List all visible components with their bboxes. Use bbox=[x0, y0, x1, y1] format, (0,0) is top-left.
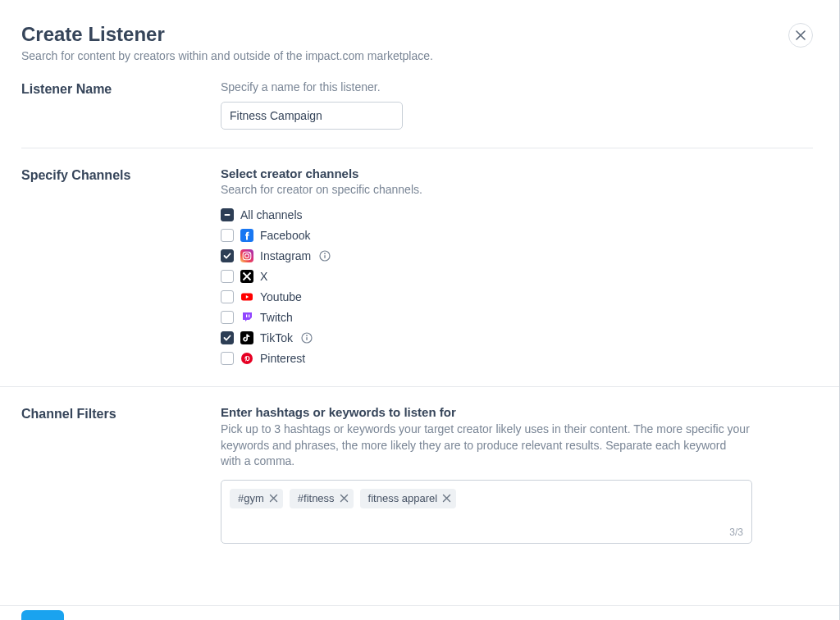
checkbox-pinterest[interactable] bbox=[221, 352, 234, 365]
channel-row-instagram[interactable]: Instagram bbox=[221, 245, 813, 266]
instagram-icon bbox=[240, 249, 253, 262]
channels-subheading-desc: Search for creator on specific channels. bbox=[221, 183, 813, 196]
footer bbox=[0, 605, 839, 620]
checkbox-twitch[interactable] bbox=[221, 311, 234, 324]
checkbox-all-channels[interactable] bbox=[221, 208, 234, 221]
keyword-tag-label: fitness apparel bbox=[368, 492, 438, 504]
checkbox-x[interactable] bbox=[221, 270, 234, 283]
svg-point-15 bbox=[306, 335, 308, 336]
info-button-instagram[interactable] bbox=[317, 250, 331, 262]
svg-rect-11 bbox=[246, 314, 247, 317]
section-label-listener-name: Listener Name bbox=[21, 80, 221, 130]
keyword-tag-remove[interactable] bbox=[269, 494, 278, 503]
svg-rect-8 bbox=[325, 255, 326, 258]
info-button-tiktok[interactable] bbox=[299, 332, 313, 344]
svg-rect-16 bbox=[306, 337, 307, 340]
info-icon bbox=[301, 332, 313, 344]
channel-row-x[interactable]: X bbox=[221, 266, 813, 286]
svg-point-7 bbox=[324, 253, 326, 254]
channel-label-facebook: Facebook bbox=[260, 229, 310, 242]
youtube-icon bbox=[240, 290, 253, 303]
channel-row-tiktok[interactable]: TikTok bbox=[221, 327, 813, 348]
checkbox-youtube[interactable] bbox=[221, 290, 234, 303]
filters-desc: Pick up to 3 hashtags or keywords your t… bbox=[221, 422, 750, 470]
channel-row-youtube[interactable]: Youtube bbox=[221, 286, 813, 307]
section-label-filters: Channel Filters bbox=[21, 405, 221, 544]
svg-point-5 bbox=[249, 252, 251, 253]
channel-row-all[interactable]: All channels bbox=[221, 204, 813, 225]
svg-point-17 bbox=[241, 353, 253, 364]
checkbox-facebook[interactable] bbox=[221, 229, 234, 242]
keyword-tag: #fitness bbox=[290, 489, 354, 508]
channel-row-facebook[interactable]: Facebook bbox=[221, 225, 813, 245]
channel-label-twitch: Twitch bbox=[260, 311, 293, 324]
tag-count: 3/3 bbox=[729, 527, 743, 538]
channels-subheading: Select creator channels bbox=[221, 166, 813, 180]
channel-label-x: X bbox=[260, 270, 267, 283]
listener-name-hint: Specify a name for this listener. bbox=[221, 80, 813, 93]
info-icon bbox=[319, 250, 331, 262]
tiktok-icon bbox=[240, 331, 253, 344]
keyword-tag: fitness apparel bbox=[360, 489, 457, 508]
keyword-tag-remove[interactable] bbox=[340, 494, 349, 503]
keyword-tag-input[interactable]: #gym#fitnessfitness apparel 3/3 bbox=[221, 480, 752, 544]
checkbox-instagram[interactable] bbox=[221, 249, 234, 262]
page-title: Create Listener bbox=[21, 23, 813, 46]
keyword-tag-remove[interactable] bbox=[442, 494, 451, 503]
channel-row-twitch[interactable]: Twitch bbox=[221, 307, 813, 327]
x-icon bbox=[240, 270, 253, 283]
svg-rect-12 bbox=[249, 314, 249, 317]
section-label-channels: Specify Channels bbox=[21, 166, 221, 368]
keyword-tag: #gym bbox=[230, 489, 283, 508]
channel-label-instagram: Instagram bbox=[260, 249, 311, 262]
svg-rect-0 bbox=[225, 214, 231, 216]
svg-rect-2 bbox=[240, 249, 253, 262]
primary-action-button[interactable] bbox=[21, 610, 64, 620]
pinterest-icon bbox=[240, 352, 253, 365]
channel-label-tiktok: TikTok bbox=[260, 331, 293, 344]
checkbox-tiktok[interactable] bbox=[221, 331, 234, 344]
channel-row-pinterest[interactable]: Pinterest bbox=[221, 348, 813, 368]
page-subtitle: Search for content by creators within an… bbox=[21, 49, 813, 62]
filters-subheading: Enter hashtags or keywords to listen for bbox=[221, 405, 813, 419]
channel-label-all: All channels bbox=[240, 208, 303, 221]
close-button[interactable] bbox=[788, 23, 813, 48]
listener-name-input[interactable] bbox=[221, 102, 403, 130]
keyword-tag-label: #gym bbox=[238, 492, 264, 504]
channel-label-youtube: Youtube bbox=[260, 290, 302, 303]
facebook-icon bbox=[240, 229, 253, 242]
channel-label-pinterest: Pinterest bbox=[260, 352, 305, 365]
twitch-icon bbox=[240, 311, 253, 324]
close-icon bbox=[796, 30, 806, 40]
keyword-tag-label: #fitness bbox=[298, 492, 335, 504]
